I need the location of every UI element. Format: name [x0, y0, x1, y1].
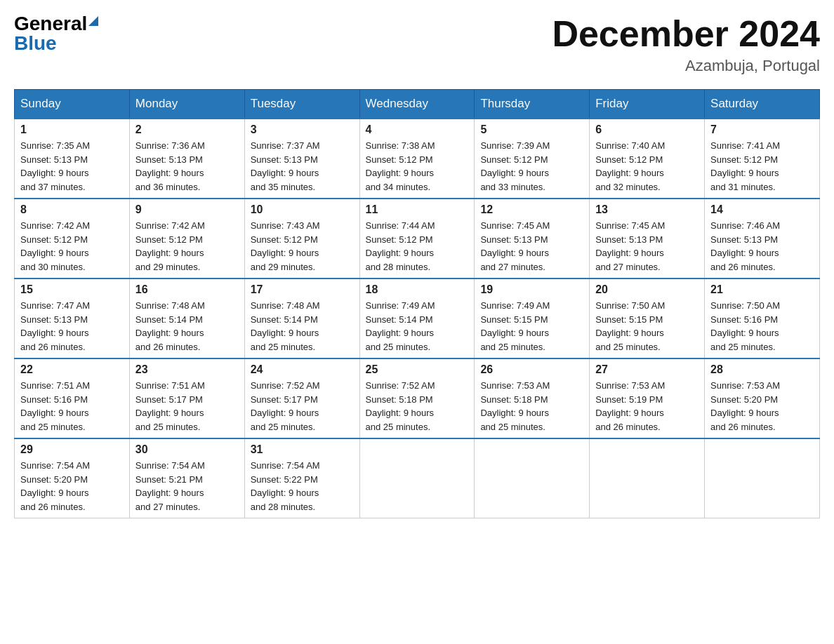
- calendar-cell: 7 Sunrise: 7:41 AM Sunset: 5:12 PM Dayli…: [705, 119, 820, 199]
- day-number: 18: [366, 283, 469, 296]
- day-info: Sunrise: 7:49 AM Sunset: 5:14 PM Dayligh…: [366, 299, 469, 354]
- day-number: 2: [135, 123, 239, 136]
- day-info: Sunrise: 7:39 AM Sunset: 5:12 PM Dayligh…: [480, 139, 583, 194]
- day-number: 16: [135, 283, 239, 296]
- day-number: 8: [20, 203, 124, 216]
- title-block: December 2024 Azambuja, Portugal: [552, 14, 820, 75]
- week-row-1: 1 Sunrise: 7:35 AM Sunset: 5:13 PM Dayli…: [15, 119, 820, 199]
- week-row-3: 15 Sunrise: 7:47 AM Sunset: 5:13 PM Dayl…: [15, 279, 820, 358]
- calendar-cell: 11 Sunrise: 7:44 AM Sunset: 5:12 PM Dayl…: [359, 199, 475, 279]
- calendar-cell: 2 Sunrise: 7:36 AM Sunset: 5:13 PM Dayli…: [129, 119, 244, 199]
- day-info: Sunrise: 7:54 AM Sunset: 5:20 PM Dayligh…: [20, 459, 124, 514]
- calendar-cell: 10 Sunrise: 7:43 AM Sunset: 5:12 PM Dayl…: [244, 199, 359, 279]
- day-number: 27: [595, 363, 699, 376]
- calendar-cell: 16 Sunrise: 7:48 AM Sunset: 5:14 PM Dayl…: [129, 279, 244, 358]
- calendar-header-tuesday: Tuesday: [244, 90, 359, 119]
- day-number: 29: [20, 443, 124, 456]
- day-number: 12: [480, 203, 583, 216]
- day-number: 3: [251, 123, 354, 136]
- day-number: 22: [20, 363, 124, 376]
- day-number: 9: [135, 203, 239, 216]
- day-number: 6: [595, 123, 699, 136]
- day-number: 24: [251, 363, 354, 376]
- day-info: Sunrise: 7:54 AM Sunset: 5:22 PM Dayligh…: [251, 459, 354, 514]
- calendar-cell: 8 Sunrise: 7:42 AM Sunset: 5:12 PM Dayli…: [15, 199, 130, 279]
- day-info: Sunrise: 7:35 AM Sunset: 5:13 PM Dayligh…: [20, 139, 124, 194]
- logo-triangle-icon: [88, 16, 98, 26]
- logo-general-text: General: [14, 14, 87, 34]
- day-number: 1: [20, 123, 124, 136]
- calendar-cell: 20 Sunrise: 7:50 AM Sunset: 5:15 PM Dayl…: [590, 279, 705, 358]
- day-number: 28: [710, 363, 814, 376]
- day-info: Sunrise: 7:41 AM Sunset: 5:12 PM Dayligh…: [710, 139, 814, 194]
- day-info: Sunrise: 7:53 AM Sunset: 5:20 PM Dayligh…: [710, 379, 814, 434]
- calendar-header-friday: Friday: [590, 90, 705, 119]
- week-row-2: 8 Sunrise: 7:42 AM Sunset: 5:12 PM Dayli…: [15, 199, 820, 279]
- calendar-cell: 3 Sunrise: 7:37 AM Sunset: 5:13 PM Dayli…: [244, 119, 359, 199]
- day-info: Sunrise: 7:46 AM Sunset: 5:13 PM Dayligh…: [710, 219, 814, 274]
- day-info: Sunrise: 7:51 AM Sunset: 5:16 PM Dayligh…: [20, 379, 124, 434]
- calendar-cell: 18 Sunrise: 7:49 AM Sunset: 5:14 PM Dayl…: [359, 279, 475, 358]
- day-info: Sunrise: 7:42 AM Sunset: 5:12 PM Dayligh…: [135, 219, 239, 274]
- day-info: Sunrise: 7:53 AM Sunset: 5:18 PM Dayligh…: [480, 379, 583, 434]
- calendar-cell: 27 Sunrise: 7:53 AM Sunset: 5:19 PM Dayl…: [590, 358, 705, 438]
- calendar-cell: [705, 438, 820, 518]
- calendar-cell: 28 Sunrise: 7:53 AM Sunset: 5:20 PM Dayl…: [705, 358, 820, 438]
- day-number: 23: [135, 363, 239, 376]
- day-number: 26: [480, 363, 583, 376]
- day-number: 19: [480, 283, 583, 296]
- day-info: Sunrise: 7:42 AM Sunset: 5:12 PM Dayligh…: [20, 219, 124, 274]
- day-info: Sunrise: 7:45 AM Sunset: 5:13 PM Dayligh…: [480, 219, 583, 274]
- calendar-cell: 30 Sunrise: 7:54 AM Sunset: 5:21 PM Dayl…: [129, 438, 244, 518]
- day-info: Sunrise: 7:43 AM Sunset: 5:12 PM Dayligh…: [251, 219, 354, 274]
- day-number: 13: [595, 203, 699, 216]
- day-info: Sunrise: 7:38 AM Sunset: 5:12 PM Dayligh…: [366, 139, 469, 194]
- day-number: 17: [251, 283, 354, 296]
- month-title: December 2024: [552, 14, 820, 54]
- calendar-cell: 15 Sunrise: 7:47 AM Sunset: 5:13 PM Dayl…: [15, 279, 130, 358]
- day-number: 21: [710, 283, 814, 296]
- calendar-cell: 14 Sunrise: 7:46 AM Sunset: 5:13 PM Dayl…: [705, 199, 820, 279]
- day-number: 31: [251, 443, 354, 456]
- day-number: 25: [366, 363, 469, 376]
- calendar-cell: 12 Sunrise: 7:45 AM Sunset: 5:13 PM Dayl…: [475, 199, 590, 279]
- calendar-cell: 4 Sunrise: 7:38 AM Sunset: 5:12 PM Dayli…: [359, 119, 475, 199]
- week-row-5: 29 Sunrise: 7:54 AM Sunset: 5:20 PM Dayl…: [15, 438, 820, 518]
- calendar-cell: [475, 438, 590, 518]
- calendar-table: SundayMondayTuesdayWednesdayThursdayFrid…: [14, 89, 820, 518]
- day-info: Sunrise: 7:48 AM Sunset: 5:14 PM Dayligh…: [135, 299, 239, 354]
- calendar-cell: [590, 438, 705, 518]
- day-number: 14: [710, 203, 814, 216]
- day-info: Sunrise: 7:53 AM Sunset: 5:19 PM Dayligh…: [595, 379, 699, 434]
- logo: General Blue: [14, 14, 98, 53]
- day-info: Sunrise: 7:36 AM Sunset: 5:13 PM Dayligh…: [135, 139, 239, 194]
- calendar-cell: 31 Sunrise: 7:54 AM Sunset: 5:22 PM Dayl…: [244, 438, 359, 518]
- calendar-cell: 17 Sunrise: 7:48 AM Sunset: 5:14 PM Dayl…: [244, 279, 359, 358]
- day-number: 20: [595, 283, 699, 296]
- calendar-cell: 9 Sunrise: 7:42 AM Sunset: 5:12 PM Dayli…: [129, 199, 244, 279]
- day-info: Sunrise: 7:50 AM Sunset: 5:16 PM Dayligh…: [710, 299, 814, 354]
- calendar-cell: 22 Sunrise: 7:51 AM Sunset: 5:16 PM Dayl…: [15, 358, 130, 438]
- calendar-cell: 21 Sunrise: 7:50 AM Sunset: 5:16 PM Dayl…: [705, 279, 820, 358]
- day-number: 11: [366, 203, 469, 216]
- day-info: Sunrise: 7:54 AM Sunset: 5:21 PM Dayligh…: [135, 459, 239, 514]
- day-info: Sunrise: 7:37 AM Sunset: 5:13 PM Dayligh…: [251, 139, 354, 194]
- calendar-header-thursday: Thursday: [475, 90, 590, 119]
- calendar-cell: 19 Sunrise: 7:49 AM Sunset: 5:15 PM Dayl…: [475, 279, 590, 358]
- calendar-cell: 29 Sunrise: 7:54 AM Sunset: 5:20 PM Dayl…: [15, 438, 130, 518]
- day-info: Sunrise: 7:52 AM Sunset: 5:18 PM Dayligh…: [366, 379, 469, 434]
- day-number: 30: [135, 443, 239, 456]
- page-header: General Blue December 2024 Azambuja, Por…: [14, 14, 820, 75]
- day-info: Sunrise: 7:49 AM Sunset: 5:15 PM Dayligh…: [480, 299, 583, 354]
- day-info: Sunrise: 7:51 AM Sunset: 5:17 PM Dayligh…: [135, 379, 239, 434]
- day-number: 4: [366, 123, 469, 136]
- calendar-header-wednesday: Wednesday: [359, 90, 475, 119]
- day-number: 7: [710, 123, 814, 136]
- day-info: Sunrise: 7:48 AM Sunset: 5:14 PM Dayligh…: [251, 299, 354, 354]
- day-info: Sunrise: 7:50 AM Sunset: 5:15 PM Dayligh…: [595, 299, 699, 354]
- week-row-4: 22 Sunrise: 7:51 AM Sunset: 5:16 PM Dayl…: [15, 358, 820, 438]
- day-number: 15: [20, 283, 124, 296]
- day-info: Sunrise: 7:45 AM Sunset: 5:13 PM Dayligh…: [595, 219, 699, 274]
- calendar-header-monday: Monday: [129, 90, 244, 119]
- calendar-header-saturday: Saturday: [705, 90, 820, 119]
